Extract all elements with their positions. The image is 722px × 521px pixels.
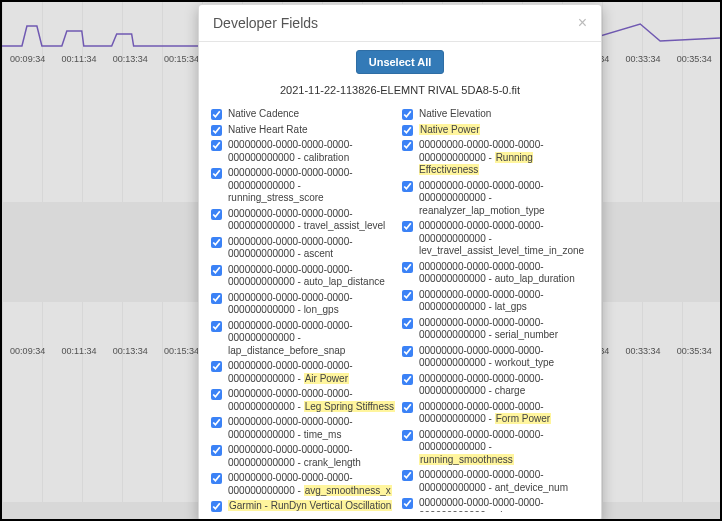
field-checkbox[interactable] (211, 237, 222, 248)
field-checkbox[interactable] (402, 402, 413, 413)
field-checkbox[interactable] (402, 470, 413, 481)
field-checkbox[interactable] (211, 473, 222, 484)
field-columns: Native CadenceNative Heart Rate00000000-… (211, 108, 589, 512)
field-checkbox[interactable] (211, 209, 222, 220)
developer-field[interactable]: 00000000-0000-0000-0000-000000000000 - a… (402, 261, 589, 286)
modal-body: Unselect All 2021-11-22-113826-ELEMNT RI… (199, 42, 601, 520)
developer-field[interactable]: 00000000-0000-0000-0000-000000000000 - l… (211, 292, 398, 317)
field-checkbox[interactable] (211, 293, 222, 304)
developer-field[interactable]: 00000000-0000-0000-0000-000000000000 - r… (402, 429, 589, 467)
highlight: running_smoothness (419, 454, 514, 465)
developer-field[interactable]: 00000000-0000-0000-0000-000000000000 - w… (402, 345, 589, 370)
field-checkbox[interactable] (402, 125, 413, 136)
field-checkbox[interactable] (402, 262, 413, 273)
developer-field[interactable]: 00000000-0000-0000-0000-000000000000 - g… (402, 497, 589, 512)
field-checkbox[interactable] (211, 501, 222, 512)
developer-field[interactable]: 00000000-0000-0000-0000-000000000000 - R… (402, 139, 589, 177)
field-checkbox[interactable] (402, 498, 413, 509)
field-label: 00000000-0000-0000-0000-000000000000 - L… (228, 388, 398, 413)
developer-field[interactable]: 00000000-0000-0000-0000-000000000000 - a… (211, 472, 398, 497)
field-checkbox[interactable] (402, 318, 413, 329)
field-label: 00000000-0000-0000-0000-000000000000 - F… (419, 401, 589, 426)
field-label: 00000000-0000-0000-0000-000000000000 - t… (228, 208, 398, 233)
field-label: 00000000-0000-0000-0000-000000000000 - s… (419, 317, 589, 342)
field-checkbox[interactable] (211, 140, 222, 151)
field-checkbox[interactable] (211, 389, 222, 400)
field-label: 00000000-0000-0000-0000-000000000000 - r… (228, 167, 398, 205)
field-label: 00000000-0000-0000-0000-000000000000 - t… (228, 416, 398, 441)
field-label: Native Cadence (228, 108, 398, 121)
field-column-right: Native ElevationNative Power00000000-000… (402, 108, 589, 512)
field-checkbox[interactable] (211, 109, 222, 120)
field-checkbox[interactable] (211, 417, 222, 428)
highlight: Running Effectiveness (419, 152, 533, 176)
field-checkbox[interactable] (211, 168, 222, 179)
field-label: 00000000-0000-0000-0000-000000000000 - a… (228, 472, 398, 497)
developer-field[interactable]: 00000000-0000-0000-0000-000000000000 - a… (402, 469, 589, 494)
field-label: 00000000-0000-0000-0000-000000000000 - w… (419, 345, 589, 370)
field-label: 00000000-0000-0000-0000-000000000000 - R… (419, 139, 589, 177)
field-checkbox[interactable] (211, 361, 222, 372)
highlight: Form Power (495, 413, 551, 424)
field-checkbox[interactable] (402, 181, 413, 192)
developer-field[interactable]: 00000000-0000-0000-0000-000000000000 - l… (402, 289, 589, 314)
highlight: Garmin - RunDyn Vertical Oscillation (228, 500, 392, 511)
developer-field[interactable]: 00000000-0000-0000-0000-000000000000 - c… (402, 373, 589, 398)
field-checkbox[interactable] (402, 221, 413, 232)
field-label: 00000000-0000-0000-0000-000000000000 - a… (419, 261, 589, 286)
developer-field[interactable]: 00000000-0000-0000-0000-000000000000 - s… (402, 317, 589, 342)
field-label: 00000000-0000-0000-0000-000000000000 - a… (228, 264, 398, 289)
developer-field[interactable]: 00000000-0000-0000-0000-000000000000 - a… (211, 236, 398, 261)
field-label: 00000000-0000-0000-0000-000000000000 - c… (228, 444, 398, 469)
highlight: Air Power (304, 373, 349, 384)
field-checkbox[interactable] (211, 125, 222, 136)
developer-field[interactable]: Native Power (402, 124, 589, 137)
developer-field[interactable]: 00000000-0000-0000-0000-000000000000 - A… (211, 360, 398, 385)
developer-field[interactable]: 00000000-0000-0000-0000-000000000000 - c… (211, 444, 398, 469)
field-label: 00000000-0000-0000-0000-000000000000 - r… (419, 180, 589, 218)
unselect-all-button[interactable]: Unselect All (356, 50, 445, 74)
highlight: Native Power (419, 124, 480, 135)
field-label: 00000000-0000-0000-0000-000000000000 - l… (228, 320, 398, 358)
developer-field[interactable]: 00000000-0000-0000-0000-000000000000 - a… (211, 264, 398, 289)
close-icon[interactable]: × (578, 15, 587, 31)
developer-field[interactable]: 00000000-0000-0000-0000-000000000000 - l… (211, 320, 398, 358)
developer-field[interactable]: Native Elevation (402, 108, 589, 121)
highlight: Leg Spring Stiffness (304, 401, 395, 412)
developer-field[interactable]: 00000000-0000-0000-0000-000000000000 - l… (402, 220, 589, 258)
developer-field[interactable]: 00000000-0000-0000-0000-000000000000 - t… (211, 208, 398, 233)
developer-field[interactable]: 00000000-0000-0000-0000-000000000000 - t… (211, 416, 398, 441)
field-checkbox[interactable] (402, 140, 413, 151)
field-label: 00000000-0000-0000-0000-000000000000 - g… (419, 497, 589, 512)
developer-field[interactable]: 00000000-0000-0000-0000-000000000000 - r… (402, 180, 589, 218)
field-checkbox[interactable] (402, 109, 413, 120)
developer-field[interactable]: 00000000-0000-0000-0000-000000000000 - F… (402, 401, 589, 426)
field-label: 00000000-0000-0000-0000-000000000000 - c… (419, 373, 589, 398)
modal-title: Developer Fields (213, 15, 318, 31)
field-label: 00000000-0000-0000-0000-000000000000 - r… (419, 429, 589, 467)
developer-field[interactable]: Native Heart Rate (211, 124, 398, 137)
field-checkbox[interactable] (402, 290, 413, 301)
modal-header: Developer Fields × (199, 5, 601, 42)
developer-field[interactable]: 00000000-0000-0000-0000-000000000000 - L… (211, 388, 398, 413)
field-label: Native Heart Rate (228, 124, 398, 137)
field-checkbox[interactable] (402, 374, 413, 385)
field-checkbox[interactable] (211, 321, 222, 332)
field-checkbox[interactable] (402, 346, 413, 357)
field-checkbox[interactable] (211, 445, 222, 456)
field-checkbox[interactable] (211, 265, 222, 276)
field-label: 00000000-0000-0000-0000-000000000000 - l… (419, 289, 589, 314)
field-label: 00000000-0000-0000-0000-000000000000 - l… (228, 292, 398, 317)
field-label: 00000000-0000-0000-0000-000000000000 - a… (228, 236, 398, 261)
field-column-left: Native CadenceNative Heart Rate00000000-… (211, 108, 398, 512)
field-label: 00000000-0000-0000-0000-000000000000 - A… (228, 360, 398, 385)
developer-field[interactable]: 00000000-0000-0000-0000-000000000000 - r… (211, 167, 398, 205)
field-label: Garmin - RunDyn Vertical Oscillation (228, 500, 398, 512)
field-checkbox[interactable] (402, 430, 413, 441)
developer-field[interactable]: Garmin - RunDyn Vertical Oscillation (211, 500, 398, 512)
developer-field[interactable]: Native Cadence (211, 108, 398, 121)
field-label: 00000000-0000-0000-0000-000000000000 - a… (419, 469, 589, 494)
filename-label: 2021-11-22-113826-ELEMNT RIVAL 5DA8-5-0.… (211, 84, 589, 96)
developer-fields-modal: Developer Fields × Unselect All 2021-11-… (198, 4, 602, 521)
developer-field[interactable]: 00000000-0000-0000-0000-000000000000 - c… (211, 139, 398, 164)
